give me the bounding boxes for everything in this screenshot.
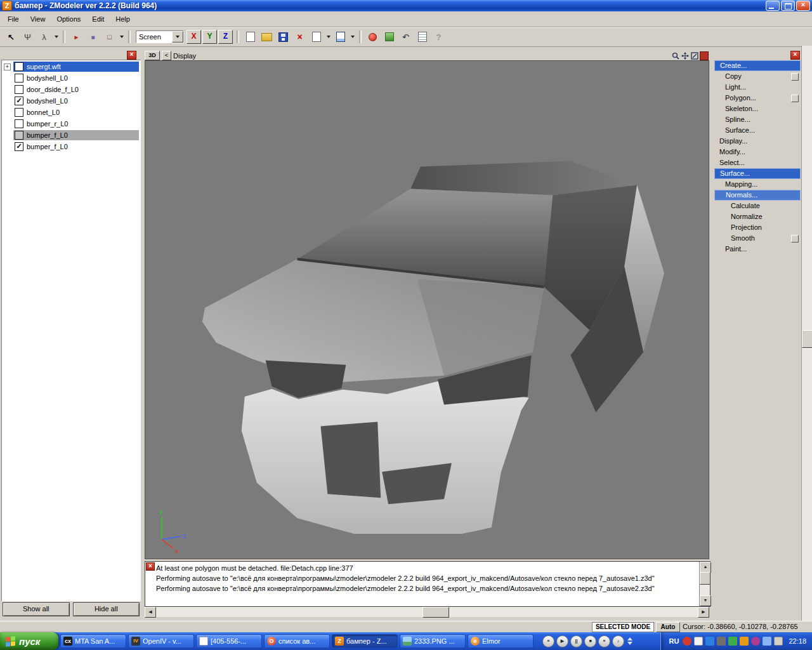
play-button[interactable]: ▶ [556,635,568,647]
antivirus-icon[interactable] [683,637,691,646]
command-display[interactable]: Display... [714,136,801,147]
scene-panel-close-button[interactable]: × [127,51,136,60]
close-button[interactable]: × [796,1,810,11]
tree-row[interactable]: bonnet_L0 [2,107,140,118]
import-dropdown-button[interactable] [349,30,356,44]
pan-icon[interactable] [681,52,689,60]
taskbar-task[interactable]: [405-556-... [196,634,262,648]
visibility-checkbox[interactable] [15,74,23,83]
menu-options[interactable]: Options [51,13,86,25]
views-dropdown-button[interactable] [118,30,125,44]
start-button[interactable]: пуск [0,632,58,650]
notes-button[interactable] [414,29,430,44]
show-all-button[interactable]: Show all [3,602,70,616]
biped-button[interactable]: λ [36,29,52,44]
tree-row[interactable]: + supergt.wft [2,61,140,72]
command-calculate[interactable]: Calculate [714,201,801,211]
scheduler-icon[interactable] [774,637,783,646]
auto-button[interactable]: Auto [656,622,680,632]
scrollbar-thumb[interactable] [422,607,449,618]
graphics-icon[interactable] [751,637,760,646]
log-vertical-scrollbar[interactable]: ▲ ▼ [699,562,710,606]
taskbar-task[interactable]: 2333.PNG ... [400,634,466,648]
package-button[interactable]: □ [102,29,117,44]
axis-z-button[interactable]: Z [218,30,233,44]
previous-track-button[interactable]: « [542,635,554,647]
open-file-button[interactable] [259,29,275,44]
menu-view[interactable]: View [25,13,51,25]
visibility-checkbox[interactable]: ✓ [15,142,23,151]
tree-row[interactable]: bumper_f_L0 [2,129,140,141]
export-dropdown-button[interactable] [325,30,332,44]
visibility-checkbox[interactable] [15,119,23,128]
help-button[interactable]: ? [431,29,447,44]
axis-y-button[interactable]: Y [202,30,217,44]
download-icon[interactable] [740,637,749,646]
view-mode-button[interactable]: 3D [145,51,160,60]
volume-button[interactable]: ♪ [612,635,624,647]
language-indicator[interactable]: RU [668,637,681,645]
skeleton-button[interactable]: Ψ [20,29,36,44]
scroll-left-icon[interactable]: ◀ [145,607,156,618]
export-button[interactable] [308,29,324,44]
maximize-view-icon[interactable] [690,52,698,60]
scroll-down-icon[interactable]: ▼ [700,595,711,606]
view-type-label[interactable]: Display [173,52,196,60]
tree-row[interactable]: ✓bumper_f_L0 [2,141,140,152]
command-panel-close-button[interactable]: × [790,51,800,60]
command-copy[interactable]: Copy [714,71,801,82]
command-paint[interactable]: Paint... [714,244,801,255]
minimize-button[interactable] [766,1,780,11]
command-normals[interactable]: Normals... [714,190,801,201]
stamp-button[interactable]: ■ [85,29,101,44]
scroll-right-icon[interactable]: ▶ [698,607,709,618]
zoom-icon[interactable] [671,52,679,60]
log-horizontal-scrollbar[interactable]: ◀ ▶ [145,607,709,617]
command-modify[interactable]: Modify... [714,147,801,157]
scrollbar-track[interactable] [156,607,698,617]
option-box-icon[interactable] [791,73,799,81]
spin-down-icon[interactable] [627,642,632,645]
select-arrow-button[interactable]: ↖ [3,29,19,44]
viewport-close-icon[interactable] [700,51,709,60]
snapshot-button[interactable] [381,29,397,44]
expander-icon[interactable]: + [4,63,11,70]
scrollbar-thumb[interactable] [802,330,812,348]
command-normalize[interactable]: Normalize [714,211,801,222]
command-polygon[interactable]: Polygon... [714,93,801,103]
option-box-icon[interactable] [791,235,799,242]
record-button[interactable] [365,29,381,44]
taskbar-task-active[interactable]: Z бампер - Z... [332,634,398,648]
visibility-checkbox[interactable] [15,62,23,71]
command-surface[interactable]: Surface... [714,168,801,179]
taskbar-clock[interactable]: 22:18 [789,637,806,645]
view-back-button[interactable]: < [162,51,171,60]
volume-mixer-icon[interactable] [694,637,703,646]
taskbar-task[interactable]: cx MTA San A... [60,634,126,648]
menu-help[interactable]: Help [110,13,135,25]
taskbar-task[interactable]: IV OpenIV - v... [128,634,194,648]
next-track-button[interactable]: » [598,635,610,647]
screen-select[interactable]: Screen [136,30,184,43]
tree-row[interactable]: bumper_r_L0 [2,118,140,129]
tree-row[interactable]: ✓bodyshell_L0 [2,95,140,107]
command-mapping[interactable]: Mapping... [714,179,801,190]
menu-edit[interactable]: Edit [87,13,109,25]
undo-button[interactable]: ↶ [398,29,414,44]
command-skeleton[interactable]: Skeleton... [714,103,801,114]
visibility-checkbox[interactable] [15,108,23,117]
tree-row[interactable]: door_dside_f_L0 [2,84,140,95]
tools-dropdown-button[interactable] [53,30,60,44]
taskbar-task[interactable]: e Elmor [468,634,534,648]
messenger-icon[interactable] [705,637,714,646]
update-icon[interactable] [728,637,737,646]
window-side-scrollbar[interactable] [801,46,812,621]
maximize-button[interactable] [781,1,795,11]
scrollbar-thumb[interactable] [700,572,710,585]
flag-button[interactable]: ► [69,29,84,44]
menu-file[interactable]: File [3,13,24,25]
delete-button[interactable]: × [292,29,308,44]
stop-button[interactable]: ■ [584,635,596,647]
titlebar[interactable]: Z бампер - ZModeler ver 2.2.2 (Build 964… [0,0,812,11]
axis-x-button[interactable]: X [187,30,201,44]
